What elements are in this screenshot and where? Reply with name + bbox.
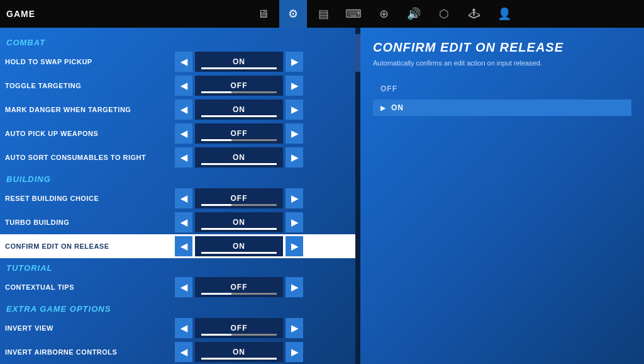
main-layout: COMBAT HOLD TO SWAP PICKUP ◀ ON ▶ TOGGLE… bbox=[0, 28, 644, 364]
auto-pickup-value: OFF bbox=[195, 123, 283, 144]
speaker-icon[interactable]: 🔊 bbox=[400, 0, 428, 28]
auto-sort-left[interactable]: ◀ bbox=[175, 147, 192, 168]
hold-swap-right[interactable]: ▶ bbox=[286, 52, 303, 72]
confirm-edit-left[interactable]: ◀ bbox=[175, 236, 192, 256]
confirm-edit-right[interactable]: ▶ bbox=[286, 236, 303, 256]
option-on[interactable]: ON bbox=[373, 100, 631, 116]
app-title: GAME bbox=[6, 9, 35, 19]
invert-airborne-value: ON bbox=[195, 342, 283, 362]
controller-icon[interactable]: 🕹 bbox=[460, 0, 488, 28]
turbo-building-value: ON bbox=[195, 212, 283, 232]
mark-danger-right[interactable]: ▶ bbox=[286, 100, 303, 120]
section-building: BUILDING bbox=[0, 169, 355, 186]
mark-danger-left[interactable]: ◀ bbox=[175, 100, 192, 120]
setting-mark-danger[interactable]: MARK DANGER WHEN TARGETING ◀ ON ▶ bbox=[0, 98, 355, 122]
hold-swap-left[interactable]: ◀ bbox=[175, 52, 192, 72]
setting-turbo-building[interactable]: TURBO BUILDING ◀ ON ▶ bbox=[0, 210, 355, 234]
top-bar: GAME 🖥 ⚙ ▤ ⌨ ⊕ 🔊 ⬡ 🕹 👤 bbox=[0, 0, 644, 28]
hold-swap-value: ON bbox=[195, 52, 283, 72]
contextual-tips-right[interactable]: ▶ bbox=[286, 277, 303, 297]
contextual-tips-value: OFF bbox=[195, 277, 283, 297]
network-icon[interactable]: ⬡ bbox=[430, 0, 458, 28]
invert-airborne-right[interactable]: ▶ bbox=[286, 342, 303, 362]
detail-title: CONFIRM EDIT ON RELEASE bbox=[373, 40, 631, 55]
reset-building-left[interactable]: ◀ bbox=[175, 188, 192, 208]
section-combat: COMBAT bbox=[0, 33, 355, 50]
turbo-building-right[interactable]: ▶ bbox=[286, 212, 303, 232]
scrollbar[interactable] bbox=[355, 28, 360, 364]
toggle-targeting-right[interactable]: ▶ bbox=[286, 76, 303, 96]
detail-description: Automatically confirms an edit action on… bbox=[373, 59, 631, 68]
section-extra: EXTRA GAME OPTIONS bbox=[0, 299, 355, 316]
setting-contextual-tips[interactable]: CONTEXTUAL TIPS ◀ OFF ▶ bbox=[0, 275, 355, 299]
top-bar-icons: 🖥 ⚙ ▤ ⌨ ⊕ 🔊 ⬡ 🕹 👤 bbox=[249, 0, 518, 28]
settings-list: COMBAT HOLD TO SWAP PICKUP ◀ ON ▶ TOGGLE… bbox=[0, 28, 355, 364]
gamepad-circle-icon[interactable]: ⊕ bbox=[370, 0, 397, 28]
invert-view-right[interactable]: ▶ bbox=[286, 318, 303, 338]
keyboard-icon[interactable]: ⌨ bbox=[340, 0, 367, 28]
setting-reset-building[interactable]: RESET BUILDING CHOICE ◀ OFF ▶ bbox=[0, 186, 355, 210]
invert-view-left[interactable]: ◀ bbox=[175, 318, 192, 338]
setting-toggle-targeting[interactable]: TOGGLE TARGETING ◀ OFF ▶ bbox=[0, 74, 355, 98]
user-icon[interactable]: 👤 bbox=[491, 0, 518, 28]
contextual-tips-left[interactable]: ◀ bbox=[175, 277, 192, 297]
turbo-building-left[interactable]: ◀ bbox=[175, 212, 192, 232]
mark-danger-value: ON bbox=[195, 100, 283, 120]
toggle-targeting-value: OFF bbox=[195, 76, 283, 96]
scroll-thumb[interactable] bbox=[355, 34, 360, 72]
option-off[interactable]: OFF bbox=[373, 81, 631, 97]
reset-building-right[interactable]: ▶ bbox=[286, 188, 303, 208]
gear-icon[interactable]: ⚙ bbox=[279, 0, 307, 28]
section-tutorial: TUTORIAL bbox=[0, 258, 355, 275]
setting-auto-pickup[interactable]: AUTO PICK UP WEAPONS ◀ OFF ▶ bbox=[0, 122, 355, 145]
auto-pickup-right[interactable]: ▶ bbox=[286, 123, 303, 144]
setting-invert-airborne[interactable]: INVERT AIRBORNE CONTROLS ◀ ON ▶ bbox=[0, 340, 355, 364]
auto-sort-value: ON bbox=[195, 147, 283, 168]
display-icon[interactable]: ▤ bbox=[309, 0, 337, 28]
confirm-edit-value: ON bbox=[195, 236, 283, 256]
setting-invert-view[interactable]: INVERT VIEW ◀ OFF ▶ bbox=[0, 316, 355, 340]
setting-auto-sort[interactable]: AUTO SORT CONSUMABLES TO RIGHT ◀ ON ▶ bbox=[0, 145, 355, 169]
reset-building-value: OFF bbox=[195, 188, 283, 208]
auto-pickup-left[interactable]: ◀ bbox=[175, 123, 192, 144]
invert-view-value: OFF bbox=[195, 318, 283, 338]
auto-sort-right[interactable]: ▶ bbox=[286, 147, 303, 168]
monitor-icon[interactable]: 🖥 bbox=[249, 0, 277, 28]
option-list: OFF ON bbox=[373, 81, 631, 116]
toggle-targeting-left[interactable]: ◀ bbox=[175, 76, 192, 96]
setting-confirm-edit[interactable]: CONFIRM EDIT ON RELEASE ◀ ON ▶ bbox=[0, 234, 355, 258]
setting-hold-to-swap[interactable]: HOLD TO SWAP PICKUP ◀ ON ▶ bbox=[0, 50, 355, 74]
invert-airborne-left[interactable]: ◀ bbox=[175, 342, 192, 362]
detail-panel: CONFIRM EDIT ON RELEASE Automatically co… bbox=[360, 28, 644, 364]
